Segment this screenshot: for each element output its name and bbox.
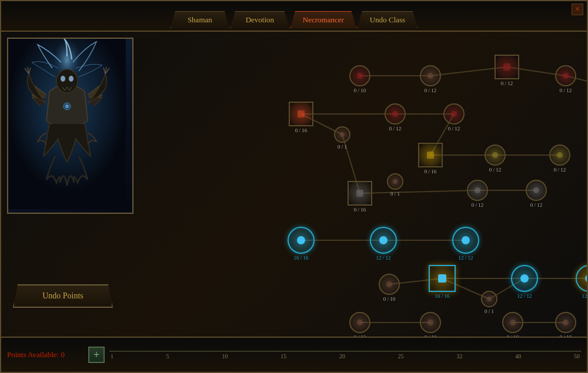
node-dot-n29 [427, 320, 434, 326]
node-label-n6: 0 / 16 [295, 127, 308, 133]
node-dot-n30 [510, 320, 516, 326]
add-icon: + [93, 349, 99, 361]
character-portrait [7, 38, 133, 214]
skill-node-n20[interactable]: 12 / 12 [370, 227, 397, 261]
tab-devotion[interactable]: Devotion [230, 11, 289, 28]
node-label-n2: 0 / 12 [425, 88, 437, 93]
tab-shaman[interactable]: Shaman [171, 11, 229, 28]
necromancer-tab-label: Necromancer [303, 15, 344, 24]
node-shape-n17 [526, 180, 547, 201]
skill-node-n4[interactable]: 0 / 12 [555, 65, 576, 93]
skill-node-n16[interactable]: 0 / 12 [467, 180, 488, 208]
node-dot-n21 [462, 236, 470, 244]
node-shape-n9 [443, 103, 465, 125]
node-shape-n1 [349, 65, 370, 86]
skill-node-n28[interactable]: 0 / 12 [349, 312, 370, 337]
skill-node-n17[interactable]: 0 / 12 [526, 180, 547, 208]
node-shape-n31 [555, 312, 576, 333]
node-label-n22: 0 / 10 [383, 296, 396, 302]
node-dot-n19 [297, 236, 305, 244]
tab-necromancer[interactable]: Necromancer [290, 11, 356, 28]
skill-node-n30[interactable]: 0 / 10 [502, 312, 523, 337]
node-dot-n31 [563, 320, 569, 326]
skill-node-n29[interactable]: 0 / 10 [420, 312, 441, 337]
marker-40: 40 [515, 353, 521, 359]
node-label-n15: 0 / 1 [390, 191, 400, 197]
skill-node-n23[interactable]: 16 / 16 [429, 265, 456, 299]
node-dot-n9 [451, 111, 457, 117]
node-shape-n26 [576, 265, 587, 292]
skill-node-n6[interactable]: 0 / 16 [289, 102, 313, 133]
node-label-n8: 0 / 12 [389, 126, 402, 132]
progress-bar-area: Points Available: 0 + 1 5 10 15 20 25 32… [1, 337, 587, 372]
node-dot-n23 [438, 274, 446, 283]
portrait-panel: Undo Points [1, 32, 142, 337]
skill-node-n11[interactable]: 0 / 16 [418, 143, 443, 174]
node-shape-n19 [288, 227, 315, 254]
skill-node-n26[interactable]: 12 / 12 [576, 265, 587, 299]
skill-node-n7[interactable]: 0 / 1 [334, 126, 350, 150]
skill-node-n22[interactable]: 0 / 10 [379, 274, 400, 302]
skill-node-n19[interactable]: 16 / 16 [288, 227, 315, 261]
node-label-n1: 0 / 10 [354, 88, 366, 93]
node-dot-n6 [298, 110, 305, 118]
node-dot-n26 [585, 274, 587, 283]
marker-1: 1 [111, 353, 113, 359]
node-label-n19: 16 / 16 [293, 255, 308, 261]
skill-node-n24[interactable]: 0 / 1 [481, 291, 497, 314]
skill-node-n21[interactable]: 12 / 12 [452, 227, 479, 261]
skill-node-n9[interactable]: 0 / 12 [443, 103, 465, 132]
node-shape-n22 [379, 274, 400, 295]
node-label-n13: 0 / 12 [554, 167, 566, 173]
node-shape-n28 [349, 312, 370, 333]
tab-undo-class[interactable]: Undo Class [358, 11, 417, 28]
node-label-n11: 0 / 16 [425, 169, 437, 174]
skill-node-n25[interactable]: 12 / 12 [511, 265, 538, 299]
node-label-n25: 12 / 12 [517, 293, 532, 299]
node-shape-n11 [418, 143, 443, 167]
skill-node-n15[interactable]: 0 / 1 [387, 173, 403, 197]
node-dot-n3 [503, 63, 511, 71]
skill-node-n1[interactable]: 0 / 10 [349, 65, 370, 93]
node-dot-n11 [427, 152, 435, 159]
node-label-n21: 12 / 12 [458, 255, 473, 261]
undo-class-tab-label: Undo Class [370, 15, 405, 24]
skill-tree-area: 0 / 100 / 120 / 120 / 120 / 10 / 160 / 1… [142, 32, 587, 337]
node-shape-n23 [429, 265, 456, 292]
add-points-button[interactable]: + [88, 347, 105, 363]
tabs-bar: Shaman Devotion Necromancer Undo Class × [1, 1, 587, 32]
skill-node-n2[interactable]: 0 / 12 [420, 65, 441, 93]
shaman-tab-label: Shaman [188, 15, 212, 24]
marker-20: 20 [339, 353, 345, 359]
svg-point-2 [56, 69, 78, 93]
skill-node-n13[interactable]: 0 / 12 [549, 145, 570, 173]
node-shape-n7 [334, 126, 350, 143]
skill-node-n14[interactable]: 0 / 16 [348, 181, 372, 213]
close-button[interactable]: × [572, 4, 583, 15]
skill-node-n3[interactable]: 0 / 12 [495, 55, 519, 86]
node-label-n3: 0 / 12 [501, 80, 513, 86]
node-dot-n20 [379, 236, 387, 244]
node-label-n12: 0 / 12 [489, 167, 502, 173]
node-label-n26: 12 / 12 [582, 293, 587, 299]
node-shape-n15 [387, 173, 403, 190]
node-dot-n4 [563, 73, 569, 79]
svg-line-18 [360, 190, 477, 193]
skill-node-n12[interactable]: 0 / 12 [485, 145, 506, 173]
node-dot-n17 [533, 187, 540, 194]
devotion-tab-label: Devotion [246, 15, 274, 24]
node-shape-n4 [555, 65, 576, 86]
node-label-n16: 0 / 12 [472, 202, 484, 208]
node-dot-n14 [356, 190, 364, 197]
node-dot-n13 [557, 152, 563, 159]
skill-node-n8[interactable]: 0 / 12 [385, 103, 406, 132]
node-dot-n7 [340, 132, 345, 137]
node-shape-n8 [385, 103, 406, 125]
node-dot-n22 [386, 281, 393, 288]
skill-node-n31[interactable]: 0 / 10 [555, 312, 576, 337]
undo-points-button[interactable]: Undo Points [13, 284, 113, 308]
marker-10: 10 [222, 353, 228, 359]
node-shape-n3 [495, 55, 519, 79]
marker-25: 25 [398, 353, 404, 359]
node-label-n23: 16 / 16 [435, 293, 449, 299]
